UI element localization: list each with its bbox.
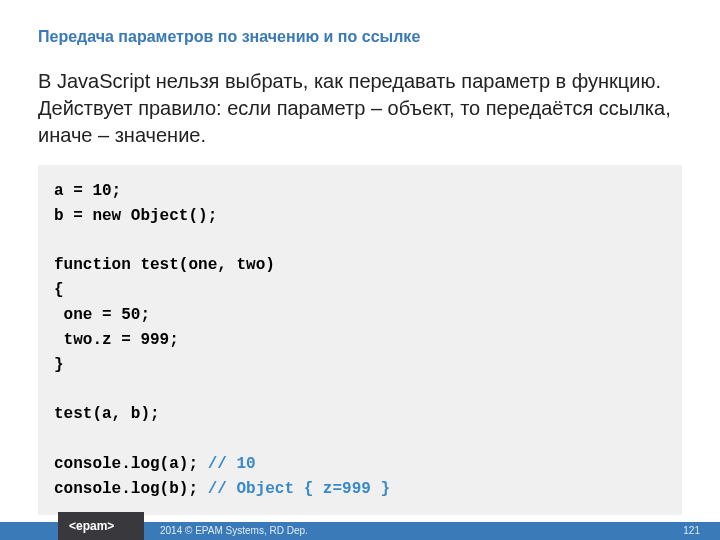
code-line: console.log(b); xyxy=(54,480,208,498)
code-line: { xyxy=(54,281,64,299)
slide: Передача параметров по значению и по ссы… xyxy=(0,0,720,540)
code-line: test(a, b); xyxy=(54,405,160,423)
code-line: one = 50; xyxy=(54,306,150,324)
svg-text:<epam>: <epam> xyxy=(69,519,114,533)
code-block: a = 10; b = new Object(); function test(… xyxy=(38,165,682,515)
epam-logo-icon: <epam> xyxy=(66,518,136,534)
code-line: b = new Object(); xyxy=(54,207,217,225)
footer-copyright: 2014 © EPAM Systems, RD Dep. xyxy=(160,522,308,540)
code-line: console.log(a); xyxy=(54,455,208,473)
code-comment: // Object { z=999 } xyxy=(208,480,390,498)
code-line: function test(one, two) xyxy=(54,256,275,274)
code-line: } xyxy=(54,356,64,374)
code-line: a = 10; xyxy=(54,182,121,200)
slide-title: Передача параметров по значению и по ссы… xyxy=(38,28,682,46)
code-line: two.z = 999; xyxy=(54,331,179,349)
footer: <epam> 2014 © EPAM Systems, RD Dep. 121 xyxy=(0,510,720,540)
body-paragraph: В JavaScript нельзя выбрать, как передав… xyxy=(38,68,682,149)
page-number: 121 xyxy=(683,522,700,540)
epam-logo: <epam> xyxy=(58,512,144,540)
code-comment: // 10 xyxy=(208,455,256,473)
